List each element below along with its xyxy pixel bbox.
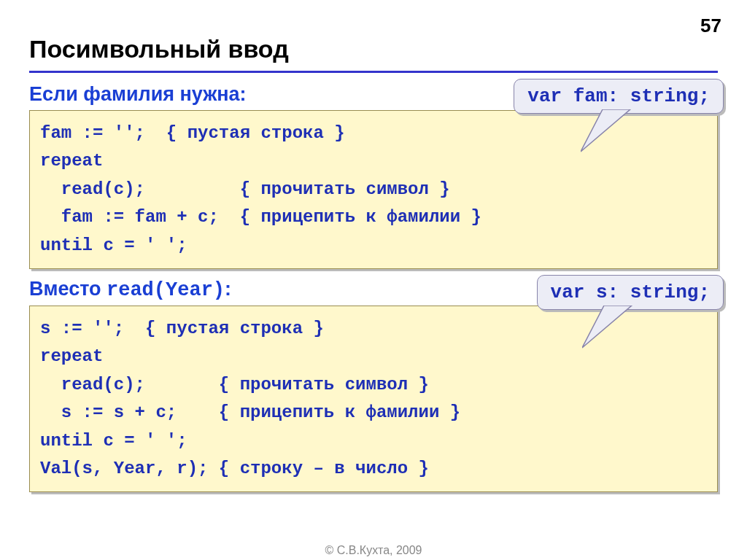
svg-marker-0 bbox=[581, 109, 630, 152]
section-surname: Если фамилия нужна: fam := ''; { пустая … bbox=[29, 83, 718, 269]
page-number: 57 bbox=[700, 15, 721, 37]
slide: 57 Посимвольный ввод Если фамилия нужна:… bbox=[0, 0, 747, 560]
section-year: Вместо read(Year): s := ''; { пустая стр… bbox=[29, 278, 718, 492]
callout-var-s: var s: string; bbox=[537, 275, 724, 310]
footer-copyright: © С.В.Кухта, 2009 bbox=[0, 544, 747, 557]
callout-text: var s: string; bbox=[551, 281, 710, 303]
page-title: Посимвольный ввод bbox=[29, 35, 718, 73]
label-prefix: Вместо bbox=[29, 278, 107, 300]
svg-marker-1 bbox=[582, 306, 632, 348]
label-code: read(Year) bbox=[107, 279, 225, 301]
callout-var-fam: var fam: string; bbox=[514, 79, 724, 114]
label-suffix: : bbox=[225, 278, 231, 300]
callout-text: var fam: string; bbox=[527, 85, 710, 107]
